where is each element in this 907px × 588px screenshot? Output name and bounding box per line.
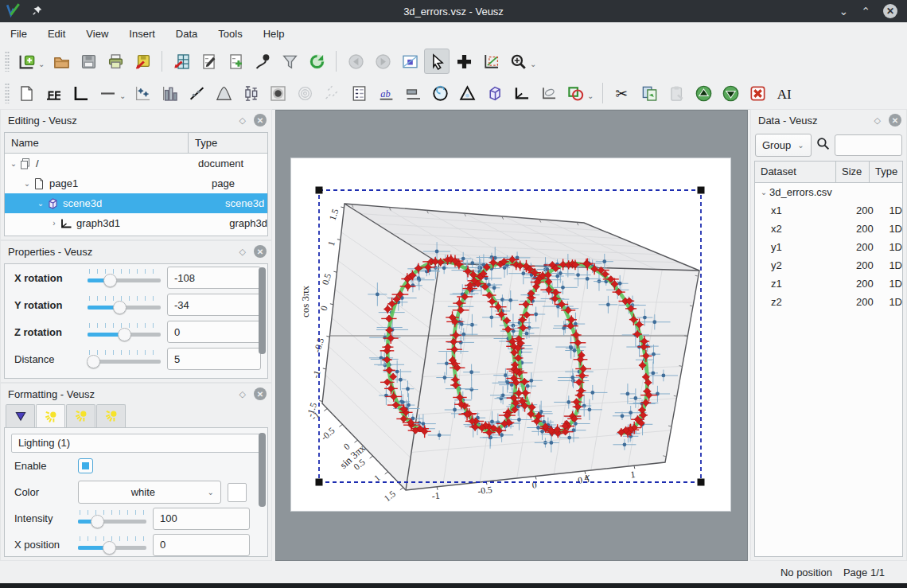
close-panel-icon[interactable]: ✕	[254, 245, 267, 258]
close-panel-icon[interactable]: ✕	[254, 114, 267, 127]
menu-tools[interactable]: Tools	[208, 25, 252, 43]
select-items-button[interactable]	[424, 49, 450, 74]
chevron-down-icon[interactable]: ⌄	[587, 92, 595, 100]
add-page-button[interactable]	[14, 80, 39, 106]
close-panel-icon[interactable]: ✕	[889, 114, 901, 127]
create-data-button[interactable]	[223, 49, 248, 74]
tab-lighting-3[interactable]	[96, 404, 126, 427]
float-panel-icon[interactable]: ◇	[239, 115, 246, 126]
save-document-button[interactable]	[76, 49, 101, 74]
previous-page-button[interactable]	[343, 49, 368, 74]
menu-edit[interactable]: Edit	[37, 25, 76, 43]
rename-widget-button[interactable]: AI	[772, 80, 797, 106]
dataset-row-z2[interactable]: z22001D	[755, 293, 902, 311]
toolbar-drag-handle[interactable]	[5, 83, 10, 103]
move-down-button[interactable]	[718, 80, 743, 106]
color-swatch-button[interactable]	[228, 483, 247, 502]
import-data-button[interactable]	[169, 49, 194, 74]
close-panel-icon[interactable]: ✕	[254, 387, 267, 400]
cut-widget-button[interactable]: ✂	[609, 80, 635, 106]
formatting-scrollbar[interactable]	[259, 433, 266, 507]
widget-tree-row-root[interactable]: ⌄/document	[5, 154, 267, 173]
editing-tree-header[interactable]: Name Type	[5, 133, 267, 154]
selection-handle[interactable]	[698, 187, 705, 194]
distance-input[interactable]: 5	[167, 348, 261, 370]
menu-data[interactable]: Data	[165, 25, 208, 43]
edit-data-button[interactable]	[196, 49, 221, 74]
add-graph3d-button[interactable]	[508, 80, 534, 106]
new-document-button[interactable]	[14, 49, 39, 74]
selection-handle[interactable]	[316, 187, 323, 194]
xposition-input[interactable]: 0	[153, 534, 250, 556]
chevron-down-icon[interactable]: ⌄	[119, 92, 127, 100]
plot-page[interactable]: 1.510.50-0.5-1-1.5-1-0.500.511.5-1-0.500…	[291, 158, 730, 511]
add-key-button[interactable]	[346, 80, 372, 106]
dataset-row-x1[interactable]: x12001D	[755, 201, 902, 220]
capture-data-button[interactable]	[250, 49, 275, 74]
selection-handle[interactable]	[316, 479, 323, 486]
dataset-search-input[interactable]	[835, 134, 902, 156]
copy-widget-button[interactable]	[636, 80, 662, 106]
y-rotation-slider[interactable]	[88, 296, 161, 313]
tab-main-formatting[interactable]	[6, 404, 35, 427]
tab-lighting-2[interactable]	[66, 404, 95, 427]
tree-expander-icon[interactable]: ⌄	[758, 188, 769, 197]
properties-scrollbar[interactable]	[259, 267, 266, 354]
float-panel-icon[interactable]: ◇	[239, 247, 246, 257]
tree-expander-icon[interactable]: ›	[49, 219, 60, 228]
x-rotation-input[interactable]: -108	[167, 267, 261, 289]
tab-lighting-1[interactable]	[36, 404, 65, 428]
dataset-table-header[interactable]: Dataset Size Type	[755, 162, 902, 183]
widget-tree-row-scene3d[interactable]: ⌄scene3dscene3d	[5, 193, 267, 213]
intensity-slider[interactable]	[78, 510, 146, 528]
reload-data-button[interactable]	[304, 49, 329, 74]
print-document-button[interactable]	[103, 49, 128, 74]
dataset-row-z1[interactable]: z12001D	[755, 275, 902, 293]
menu-insert[interactable]: Insert	[119, 25, 165, 43]
add-vectorfield-button[interactable]	[319, 80, 345, 106]
widget-tree-row-graph3d1[interactable]: ›graph3d1graph3d	[5, 213, 267, 233]
add-shape-button[interactable]	[562, 80, 588, 106]
widget-tree-row-page1[interactable]: ⌄page1page	[5, 173, 267, 193]
next-page-button[interactable]	[370, 49, 395, 74]
intensity-input[interactable]: 100	[153, 508, 250, 530]
distance-slider[interactable]	[88, 350, 161, 368]
dataset-row-y1[interactable]: y12001D	[755, 238, 902, 256]
color-combobox[interactable]: white ⌄	[78, 481, 221, 504]
selection-handle[interactable]	[698, 479, 705, 486]
add-boxplot-button[interactable]	[238, 80, 263, 106]
add-graph-button[interactable]	[68, 80, 93, 106]
maximize-button[interactable]: ⌃	[861, 6, 870, 17]
add-polar-button[interactable]	[427, 80, 453, 106]
close-button[interactable]: ✕	[883, 4, 897, 18]
dataset-row-y2[interactable]: y22001D	[755, 256, 902, 275]
add-scene3d-button[interactable]	[481, 80, 507, 106]
float-panel-icon[interactable]: ◇	[874, 115, 881, 126]
tree-expander-icon[interactable]: ⌄	[35, 199, 46, 208]
float-panel-icon[interactable]: ◇	[239, 389, 246, 399]
tree-expander-icon[interactable]: ⌄	[21, 179, 33, 188]
add-image-button[interactable]	[265, 80, 290, 106]
group-dropdown-button[interactable]: Group ⌄	[755, 134, 812, 157]
add-function-button[interactable]	[211, 80, 236, 106]
menu-help[interactable]: Help	[253, 25, 295, 43]
z-rotation-input[interactable]: 0	[167, 321, 261, 343]
read-data-points-button[interactable]	[451, 49, 477, 74]
chevron-down-icon[interactable]: ⌄	[530, 60, 538, 68]
zoom-graph-axes-button[interactable]	[478, 49, 504, 74]
add-grid-button[interactable]	[41, 80, 66, 106]
plot-canvas[interactable]: 1.510.50-0.5-1-1.5-1-0.500.511.5-1-0.500…	[275, 110, 748, 561]
add-fit-button[interactable]	[184, 80, 209, 106]
dataset-row-3d_errors-csv[interactable]: ⌄3d_errors.csv	[755, 183, 902, 201]
enable-checkbox[interactable]	[78, 458, 93, 473]
x-rotation-slider[interactable]	[88, 269, 161, 286]
dataset-row-x2[interactable]: x22001D	[755, 220, 902, 238]
y-rotation-input[interactable]: -34	[167, 294, 261, 316]
view-whole-page-button[interactable]	[397, 49, 422, 74]
z-rotation-slider[interactable]	[88, 323, 161, 341]
zoom-menu-button[interactable]	[505, 49, 531, 74]
add-function3d-button[interactable]	[535, 80, 561, 106]
chevron-down-icon[interactable]: ⌄	[38, 60, 46, 68]
minimize-button[interactable]: ⌄	[839, 6, 849, 17]
move-up-button[interactable]	[691, 80, 716, 106]
